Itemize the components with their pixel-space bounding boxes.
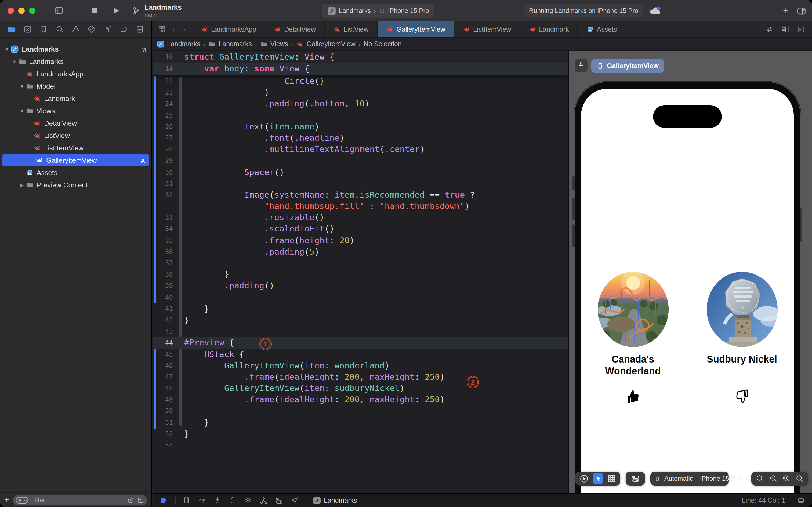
tab-assets[interactable]: Assets bbox=[578, 21, 626, 37]
code-line-52[interactable]: 52} bbox=[153, 429, 568, 440]
code-line-24[interactable]: 24 .padding(.bottom, 10) bbox=[153, 99, 568, 110]
sidebar-item-preview-content[interactable]: ▶Preview Content bbox=[0, 179, 152, 191]
breakpoints-toggle-button[interactable] bbox=[159, 496, 168, 504]
code-line-27[interactable]: 27 .font(.headline) bbox=[153, 133, 568, 144]
zoom-fit-button[interactable] bbox=[782, 474, 791, 483]
issues-icon[interactable] bbox=[71, 25, 80, 34]
step-out-icon[interactable] bbox=[229, 496, 237, 504]
project-navigator-icon[interactable] bbox=[7, 25, 16, 34]
code-line-51[interactable]: 51 } bbox=[153, 417, 568, 428]
disclosure-down-icon[interactable]: ▼ bbox=[12, 59, 17, 64]
find-icon[interactable] bbox=[55, 25, 64, 34]
running-app[interactable]: Landmarks bbox=[313, 497, 357, 504]
preview-destination-pill[interactable]: Automatic – iPhone 15 Pro bbox=[650, 471, 729, 486]
bookmarks-icon[interactable] bbox=[39, 25, 48, 34]
step-over-icon[interactable] bbox=[197, 496, 207, 504]
device-settings-button[interactable] bbox=[631, 474, 640, 483]
code-line-40[interactable]: 40 bbox=[153, 292, 568, 303]
code-line-29[interactable]: 29 bbox=[153, 156, 568, 167]
environment-overrides-icon[interactable] bbox=[275, 496, 284, 505]
code-line-14[interactable]: 14 var body: some View { bbox=[153, 63, 568, 75]
source-editor[interactable]: 10struct GalleryItemView: View {14 var b… bbox=[153, 51, 568, 493]
disclosure-right-icon[interactable]: ▶ bbox=[19, 182, 25, 188]
sidebar-item-landmark[interactable]: Landmark bbox=[0, 92, 152, 105]
code-line-49[interactable]: 49 .frame(idealHeight: 200, maxHeight: 2… bbox=[153, 394, 568, 406]
sidebar-item-views[interactable]: ▼Views bbox=[0, 105, 152, 117]
tab-landmark[interactable]: Landmark bbox=[520, 21, 578, 37]
back-icon[interactable] bbox=[171, 25, 176, 33]
code-line-41[interactable]: 41 } bbox=[153, 303, 568, 315]
sidebar-item-model[interactable]: ▼Model bbox=[0, 80, 152, 92]
breadcrumb-item[interactable]: Landmarks bbox=[157, 40, 200, 48]
zoom-100-button[interactable] bbox=[769, 474, 777, 483]
stop-button[interactable] bbox=[91, 6, 99, 14]
code-line-36[interactable]: 36 .padding(5) bbox=[153, 246, 568, 258]
adjust-editor-options-icon[interactable] bbox=[780, 25, 790, 34]
zoom-out-button[interactable] bbox=[756, 474, 764, 483]
code-line-28[interactable]: 28 .multilineTextAlignment(.center) bbox=[153, 144, 568, 155]
recents-clock-icon[interactable] bbox=[127, 497, 134, 504]
variants-grid-button[interactable] bbox=[607, 474, 616, 483]
pause-button[interactable] bbox=[183, 496, 191, 504]
close-button[interactable] bbox=[7, 7, 14, 14]
code-line-30[interactable]: 30 Spacer() bbox=[153, 167, 568, 178]
breakpoints-icon[interactable] bbox=[119, 25, 128, 34]
preview-target-chip[interactable]: GalleryItemView bbox=[591, 59, 664, 72]
code-line-37[interactable]: 37 bbox=[153, 258, 568, 269]
disclosure-down-icon[interactable]: ▼ bbox=[4, 47, 10, 52]
step-into-icon[interactable] bbox=[214, 496, 222, 504]
run-button[interactable] bbox=[112, 6, 120, 15]
minimize-button[interactable] bbox=[18, 7, 25, 14]
code-line-31[interactable]: 31 bbox=[153, 178, 568, 189]
flags-filter-icon[interactable] bbox=[137, 497, 144, 504]
sidebar-item-listitemview[interactable]: ListItemView bbox=[0, 142, 152, 154]
tab-detailview[interactable]: DetailView bbox=[265, 21, 325, 37]
filter-menu-icon[interactable] bbox=[16, 497, 29, 504]
code-line-46[interactable]: 46 GalleryItemView(item: wonderland) bbox=[153, 360, 568, 372]
code-line-47[interactable]: 47 .frame(idealHeight: 200, maxHeight: 2… bbox=[153, 372, 568, 383]
source-control-icon[interactable] bbox=[23, 25, 32, 34]
code-line-34[interactable]: 34 .scaledToFit() bbox=[153, 224, 568, 235]
debug-icon[interactable] bbox=[103, 25, 113, 34]
keyboard-indicator-icon[interactable] bbox=[797, 497, 806, 504]
related-items-icon[interactable] bbox=[158, 25, 166, 33]
breadcrumb-item[interactable]: GalleryItemView bbox=[296, 40, 355, 48]
tab-listview[interactable]: ListView bbox=[325, 21, 378, 37]
code-line-22[interactable]: 22 Circle() bbox=[153, 76, 568, 87]
code-line-35[interactable]: 35 .frame(height: 20) bbox=[153, 235, 568, 246]
sidebar-item-detailview[interactable]: DetailView bbox=[0, 117, 152, 129]
code-line-43[interactable]: 43 bbox=[153, 326, 568, 337]
add-file-button[interactable]: + bbox=[4, 495, 9, 505]
scheme-selector[interactable]: Landmarks › iPhone 15 Pro bbox=[322, 4, 434, 18]
sidebar-item-listview[interactable]: ListView bbox=[0, 129, 152, 142]
zoom-button[interactable] bbox=[29, 7, 36, 14]
device-screen[interactable]: Canada's WonderlandSudbury Nickel bbox=[581, 89, 794, 493]
tests-icon[interactable] bbox=[87, 25, 97, 34]
code-line-53[interactable]: 53 bbox=[153, 440, 568, 451]
zoom-in-button[interactable] bbox=[795, 474, 804, 483]
add-button[interactable]: + bbox=[783, 5, 789, 17]
live-preview-button[interactable] bbox=[579, 474, 589, 483]
disclosure-down-icon[interactable]: ▼ bbox=[19, 83, 25, 89]
code-line-44[interactable]: 44#Preview { bbox=[153, 338, 568, 349]
code-line-23[interactable]: 23 ) bbox=[153, 87, 568, 98]
code-line-33[interactable]: 33 .resizable() bbox=[153, 212, 568, 224]
forward-icon[interactable] bbox=[181, 25, 186, 33]
breadcrumb-item[interactable]: No Selection bbox=[363, 40, 402, 48]
code-line-26[interactable]: 26 Text(item.name) bbox=[153, 121, 568, 133]
toggle-right-sidebar-icon[interactable] bbox=[797, 6, 807, 16]
disclosure-down-icon[interactable]: ▼ bbox=[19, 108, 25, 114]
memory-graph-icon[interactable] bbox=[259, 496, 268, 505]
filter-field[interactable]: Filter bbox=[13, 495, 147, 505]
selectable-mode-button[interactable] bbox=[593, 473, 603, 484]
code-line-42[interactable]: 42} bbox=[153, 315, 568, 326]
code-line-50[interactable]: 50 bbox=[153, 406, 568, 417]
sidebar-item-assets[interactable]: Assets bbox=[0, 167, 152, 179]
sidebar-item-landmarks[interactable]: ▼LandmarksM bbox=[0, 43, 152, 55]
code-line-39[interactable]: 39 .padding() bbox=[153, 281, 568, 292]
code-line-48[interactable]: 48 GalleryItemView(item: sudburyNickel) bbox=[153, 383, 568, 394]
code-line-25[interactable]: 25 bbox=[153, 110, 568, 121]
toggle-left-sidebar-icon[interactable] bbox=[54, 5, 64, 15]
tab-landmarksapp[interactable]: LandmarksApp bbox=[192, 21, 265, 37]
sidebar-item-landmarks[interactable]: ▼Landmarks bbox=[0, 55, 152, 68]
